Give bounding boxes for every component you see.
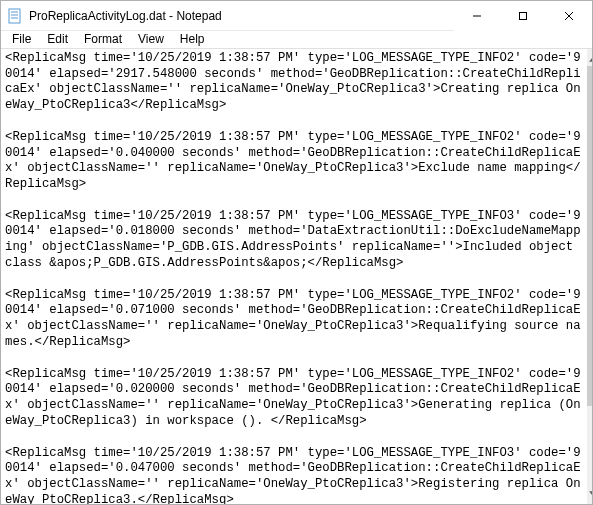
log-entry: <ReplicaMsg time='10/25/2019 1:38:57 PM'… xyxy=(5,446,585,504)
menubar: File Edit Format View Help xyxy=(1,31,592,48)
scroll-thumb[interactable] xyxy=(587,66,592,406)
log-entry: <ReplicaMsg time='10/25/2019 1:38:57 PM'… xyxy=(5,209,585,272)
window-title: ProReplicaActivityLog.dat - Notepad xyxy=(29,9,222,23)
log-entry: <ReplicaMsg time='10/25/2019 1:38:57 PM'… xyxy=(5,367,585,430)
menu-file[interactable]: File xyxy=(5,31,38,47)
log-entry: <ReplicaMsg time='10/25/2019 1:38:57 PM'… xyxy=(5,288,585,351)
scroll-down-button[interactable] xyxy=(587,487,592,504)
notepad-window: ProReplicaActivityLog.dat - Notepad File… xyxy=(0,0,593,505)
svg-marker-8 xyxy=(590,53,593,62)
menu-edit[interactable]: Edit xyxy=(40,31,75,47)
close-button[interactable] xyxy=(546,1,592,31)
log-entry: <ReplicaMsg time='10/25/2019 1:38:57 PM'… xyxy=(5,51,585,114)
scroll-up-button[interactable] xyxy=(587,49,592,66)
log-entry: <ReplicaMsg time='10/25/2019 1:38:57 PM'… xyxy=(5,130,585,193)
svg-rect-5 xyxy=(520,12,527,19)
menu-format[interactable]: Format xyxy=(77,31,129,47)
editor-area: <ReplicaMsg time='10/25/2019 1:38:57 PM'… xyxy=(1,48,592,504)
titlebar[interactable]: ProReplicaActivityLog.dat - Notepad xyxy=(1,1,592,31)
menu-view[interactable]: View xyxy=(131,31,171,47)
notepad-icon xyxy=(7,8,23,24)
maximize-button[interactable] xyxy=(500,1,546,31)
menu-help[interactable]: Help xyxy=(173,31,212,47)
svg-marker-9 xyxy=(590,491,593,500)
vertical-scrollbar[interactable] xyxy=(587,48,592,504)
svg-rect-0 xyxy=(9,9,20,23)
text-editor[interactable]: <ReplicaMsg time='10/25/2019 1:38:57 PM'… xyxy=(1,48,587,504)
minimize-button[interactable] xyxy=(454,1,500,31)
